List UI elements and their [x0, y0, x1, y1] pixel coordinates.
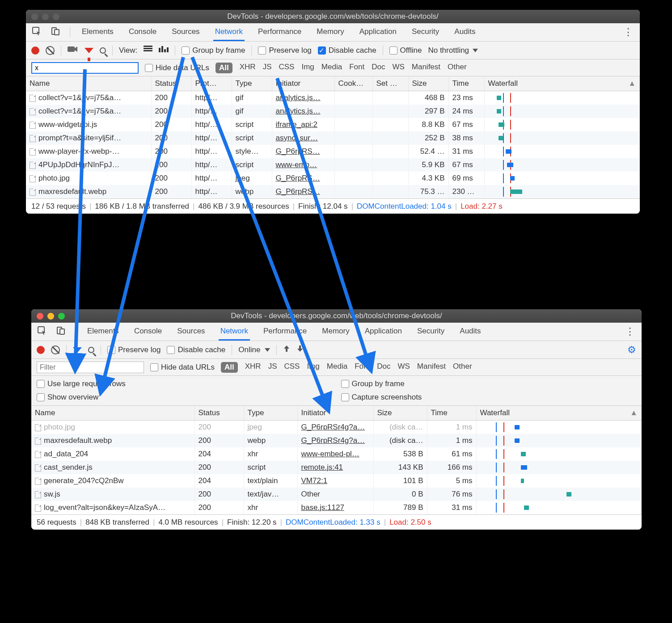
clear-icon[interactable]	[46, 46, 55, 55]
filter-type-js[interactable]: JS	[263, 63, 272, 73]
col-cook[interactable]: Cook…	[334, 76, 372, 91]
col-initiator[interactable]: Initiator	[272, 76, 334, 91]
table-row[interactable]: ad_data_204204xhrwww-embed-pl…538 B61 ms	[31, 447, 642, 461]
filter-type-doc[interactable]: Doc	[372, 63, 385, 73]
close-icon[interactable]	[37, 313, 43, 320]
record-icon[interactable]	[31, 46, 39, 55]
table-row[interactable]: prompt?t=a&site=ylj5if…200http/…scriptas…	[26, 131, 640, 145]
gear-icon[interactable]: ⚙	[627, 344, 636, 356]
tab-elements[interactable]: Elements	[80, 24, 115, 41]
tab-application[interactable]: Application	[358, 24, 398, 41]
tab-memory[interactable]: Memory	[320, 323, 351, 341]
table-row[interactable]: log_event?alt=json&key=AIzaSyA…200xhrbas…	[31, 501, 642, 514]
filter-type-img[interactable]: Img	[307, 362, 319, 373]
filter-type-all[interactable]: All	[216, 63, 232, 73]
table-row[interactable]: www-widgetapi.js200http/…scriptiframe_ap…	[26, 118, 640, 131]
more-icon[interactable]: ⋮	[623, 26, 634, 38]
table-row[interactable]: collect?v=1&_v=j75&a…200http/…gifanalyti…	[26, 105, 640, 118]
filter-input[interactable]	[37, 362, 144, 373]
minimize-icon[interactable]	[47, 313, 54, 320]
col-name[interactable]: Name	[26, 76, 151, 91]
tab-application[interactable]: Application	[363, 323, 404, 341]
col-type[interactable]: Type	[232, 76, 272, 91]
offline-checkbox[interactable]: Offline	[389, 46, 422, 55]
filter-type-manifest[interactable]: Manifest	[417, 362, 446, 373]
filter-type-media[interactable]: Media	[327, 362, 347, 373]
tab-security[interactable]: Security	[415, 323, 446, 341]
col-waterfall[interactable]: Waterfall ▲	[476, 406, 642, 421]
filter-type-media[interactable]: Media	[321, 63, 342, 73]
overview-icon[interactable]	[159, 46, 169, 55]
group-by-frame-checkbox[interactable]: Group by frame	[341, 379, 637, 388]
more-icon[interactable]: ⋮	[625, 326, 635, 337]
filter-type-manifest[interactable]: Manifest	[412, 63, 440, 73]
filter-type-xhr[interactable]: XHR	[245, 362, 261, 373]
filter-type-js[interactable]: JS	[268, 362, 277, 373]
filter-type-doc[interactable]: Doc	[377, 362, 390, 373]
preserve-log-checkbox[interactable]: Preserve log	[107, 345, 161, 354]
tab-audits[interactable]: Audits	[458, 323, 482, 341]
search-icon[interactable]	[100, 47, 106, 54]
col-set[interactable]: Set …	[372, 76, 408, 91]
camera-icon[interactable]	[68, 46, 78, 55]
large-rows-checkbox[interactable]: Use large request rows	[37, 379, 332, 388]
clear-icon[interactable]	[51, 345, 60, 354]
tab-sources[interactable]: Sources	[175, 323, 207, 341]
inspect-icon[interactable]	[32, 27, 41, 38]
table-row[interactable]: photo.jpg200jpegG_P6rpRSr4g?a…(disk ca…1…	[31, 421, 642, 434]
show-overview-checkbox[interactable]: Show overview	[37, 393, 332, 402]
tab-memory[interactable]: Memory	[315, 24, 346, 41]
table-row[interactable]: maxresdefault.webp200webpG_P6rpRSr4g?a…(…	[31, 434, 642, 447]
table-row[interactable]: 4PUpJpDdHqrNInFpJ…200http/…scriptwww-emb…	[26, 158, 640, 172]
filter-icon[interactable]	[85, 48, 93, 53]
table-row[interactable]: www-player-2x-webp-…200http/…style…G_P6r…	[26, 145, 640, 158]
disable-cache-checkbox[interactable]: ✓Disable cache	[318, 46, 376, 55]
filter-type-all[interactable]: All	[221, 362, 238, 373]
tab-performance[interactable]: Performance	[262, 323, 309, 341]
col-size[interactable]: Size	[373, 406, 427, 421]
table-row[interactable]: cast_sender.js200scriptremote.js:41143 K…	[31, 461, 642, 474]
capture-screenshots-checkbox[interactable]: Capture screenshots	[341, 393, 637, 402]
inspect-icon[interactable]	[38, 326, 46, 337]
col-prot[interactable]: Prot…	[191, 76, 232, 91]
col-time[interactable]: Time	[427, 406, 476, 421]
device-toggle-icon[interactable]	[56, 326, 65, 337]
table-row[interactable]: photo.jpg200http/…jpegG_P6rpRS…4.3 KB69 …	[26, 172, 640, 185]
large-rows-icon[interactable]	[144, 46, 152, 55]
throttling-select[interactable]: No throttling	[428, 46, 478, 55]
filter-icon[interactable]	[73, 347, 82, 353]
record-icon[interactable]	[37, 346, 45, 354]
zoom-icon[interactable]	[58, 313, 65, 320]
tab-performance[interactable]: Performance	[256, 24, 303, 41]
filter-type-other[interactable]: Other	[453, 362, 472, 373]
col-waterfall[interactable]: Waterfall ▲	[484, 76, 640, 91]
tab-security[interactable]: Security	[410, 24, 441, 41]
filter-type-other[interactable]: Other	[448, 63, 467, 73]
upload-icon[interactable]	[283, 345, 290, 355]
table-row[interactable]: generate_204?cQ2nBw204text/plainVM72:110…	[31, 474, 642, 488]
col-time[interactable]: Time	[448, 76, 484, 91]
minimize-icon[interactable]	[42, 13, 49, 20]
table-row[interactable]: sw.js200text/jav…Other0 B76 ms	[31, 488, 642, 501]
online-select[interactable]: Online	[238, 345, 270, 354]
filter-type-xhr[interactable]: XHR	[240, 63, 256, 73]
search-icon[interactable]	[88, 347, 94, 353]
group-by-frame-checkbox[interactable]: Group by frame	[182, 46, 245, 55]
filter-type-ws[interactable]: WS	[392, 63, 404, 73]
download-icon[interactable]	[296, 345, 304, 355]
tab-console[interactable]: Console	[127, 24, 158, 41]
tab-sources[interactable]: Sources	[170, 24, 201, 41]
col-initiator[interactable]: Initiator	[297, 406, 373, 421]
tab-network[interactable]: Network	[213, 24, 245, 41]
filter-input[interactable]	[31, 62, 139, 74]
table-row[interactable]: collect?v=1&_v=j75&a…200http/…gifanalyti…	[26, 91, 640, 105]
col-status[interactable]: Status	[151, 76, 191, 91]
device-toggle-icon[interactable]	[51, 27, 60, 38]
tab-elements[interactable]: Elements	[85, 323, 121, 341]
filter-type-img[interactable]: Img	[301, 63, 314, 73]
close-icon[interactable]	[31, 13, 38, 20]
filter-type-font[interactable]: Font	[355, 362, 370, 373]
filter-type-css[interactable]: CSS	[284, 362, 300, 373]
preserve-log-checkbox[interactable]: Preserve log	[258, 46, 311, 55]
table-row[interactable]: maxresdefault.webp200http/…webpG_P6rpRS……	[26, 185, 640, 198]
